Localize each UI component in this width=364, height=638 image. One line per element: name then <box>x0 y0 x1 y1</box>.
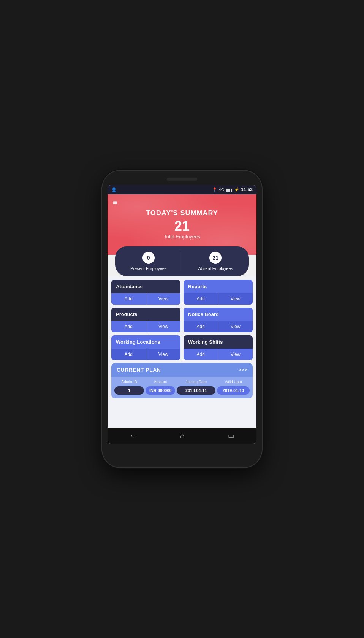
absent-count-badge: 21 <box>209 252 222 264</box>
reports-card: Reports Add View <box>184 280 253 305</box>
main-content: Attendance Add View Reports Add View <box>108 276 256 428</box>
location-icon: 📍 <box>212 187 217 192</box>
status-time: 11:52 <box>241 187 253 192</box>
reports-card-title: Reports <box>184 280 253 293</box>
header-content: TODAY'S SUMMARY 21 Total Employees <box>113 209 251 240</box>
battery-icon: ⚡ <box>234 187 239 192</box>
signal-bars: ▮▮▮ <box>226 187 233 192</box>
page-title: TODAY'S SUMMARY <box>113 209 251 217</box>
present-count-badge: 0 <box>142 252 155 264</box>
products-card-title: Products <box>111 308 180 321</box>
cards-row-3: Working Locations Add View Working Shift… <box>111 335 253 360</box>
attendance-add-button[interactable]: Add <box>111 293 146 305</box>
plan-admin-id-value: 1 <box>114 386 144 395</box>
navigation-bar: ← ⌂ ▭ <box>108 428 256 444</box>
attendance-view-button[interactable]: View <box>146 293 181 305</box>
present-label: Present Employees <box>130 266 166 271</box>
working-locations-card: Working Locations Add View <box>111 335 180 360</box>
home-button[interactable]: ⌂ <box>180 432 184 440</box>
plan-card-header[interactable]: CURRENT PLAN >>> <box>111 363 253 377</box>
working-shifts-card-buttons: Add View <box>184 349 253 360</box>
plan-label-valid-upto: Valid Upto <box>217 380 250 384</box>
plan-label-joining-date: Joining Date <box>177 380 215 384</box>
noticeboard-card-buttons: Add View <box>184 321 253 332</box>
total-label: Total Employees <box>113 234 251 240</box>
plan-joining-date-value: 2018-04-11 <box>177 386 215 395</box>
cards-row-1: Attendance Add View Reports Add View <box>111 280 253 305</box>
phone-device: 👤 📍 4G ▮▮▮ ⚡ 11:52 ≡ TODAY'S SUMMARY 21 … <box>102 171 262 467</box>
reports-card-buttons: Add View <box>184 293 253 305</box>
noticeboard-card: Notice Board Add View <box>184 308 253 332</box>
reports-add-button[interactable]: Add <box>184 293 218 305</box>
reports-view-button[interactable]: View <box>218 293 253 305</box>
current-plan-card: CURRENT PLAN >>> Admin-ID Amount Joining… <box>111 363 253 398</box>
absent-employees-stat[interactable]: 21 Absent Employees <box>182 246 249 276</box>
header-section: ≡ TODAY'S SUMMARY 21 Total Employees <box>108 194 256 255</box>
working-locations-card-buttons: Add View <box>111 349 180 360</box>
noticeboard-card-title: Notice Board <box>184 308 253 321</box>
present-employees-stat[interactable]: 0 Present Employees <box>115 246 182 276</box>
user-icon: 👤 <box>111 187 117 192</box>
cards-row-2: Products Add View Notice Board Add View <box>111 308 253 332</box>
working-locations-card-title: Working Locations <box>111 335 180 349</box>
noticeboard-add-button[interactable]: Add <box>184 321 218 332</box>
phone-speaker <box>167 178 197 181</box>
working-locations-view-button[interactable]: View <box>146 349 181 360</box>
working-shifts-view-button[interactable]: View <box>218 349 253 360</box>
plan-arrow-icon: >>> <box>239 367 247 373</box>
menu-button[interactable]: ≡ <box>113 198 251 207</box>
back-button[interactable]: ← <box>130 432 136 440</box>
plan-label-admin-id: Admin-ID <box>114 380 144 384</box>
plan-column-labels: Admin-ID Amount Joining Date Valid Upto <box>111 377 253 386</box>
working-shifts-card-title: Working Shifts <box>184 335 253 349</box>
working-locations-add-button[interactable]: Add <box>111 349 146 360</box>
plan-label-amount: Amount <box>146 380 175 384</box>
signal-indicator: 4G <box>219 187 225 192</box>
attendance-card-buttons: Add View <box>111 293 180 305</box>
products-card-buttons: Add View <box>111 321 180 332</box>
absent-label: Absent Employees <box>198 266 233 271</box>
working-shifts-card: Working Shifts Add View <box>184 335 253 360</box>
plan-values-row: 1 INR 390000 2018-04-11 2019-04-10 <box>111 386 253 398</box>
plan-title: CURRENT PLAN <box>117 367 161 373</box>
products-card: Products Add View <box>111 308 180 332</box>
working-shifts-add-button[interactable]: Add <box>184 349 218 360</box>
employee-stats-card: 0 Present Employees 21 Absent Employees <box>115 246 249 276</box>
recents-button[interactable]: ▭ <box>228 432 234 440</box>
status-left: 👤 <box>111 187 117 192</box>
attendance-card-title: Attendance <box>111 280 180 293</box>
plan-valid-upto-value: 2019-04-10 <box>217 386 250 395</box>
phone-screen: 👤 📍 4G ▮▮▮ ⚡ 11:52 ≡ TODAY'S SUMMARY 21 … <box>108 185 256 444</box>
status-bar: 👤 📍 4G ▮▮▮ ⚡ 11:52 <box>108 185 256 194</box>
plan-amount-value: INR 390000 <box>146 386 175 395</box>
status-right: 📍 4G ▮▮▮ ⚡ 11:52 <box>212 187 253 192</box>
products-view-button[interactable]: View <box>146 321 181 332</box>
attendance-card: Attendance Add View <box>111 280 180 305</box>
noticeboard-view-button[interactable]: View <box>218 321 253 332</box>
total-count: 21 <box>113 219 251 234</box>
products-add-button[interactable]: Add <box>111 321 146 332</box>
